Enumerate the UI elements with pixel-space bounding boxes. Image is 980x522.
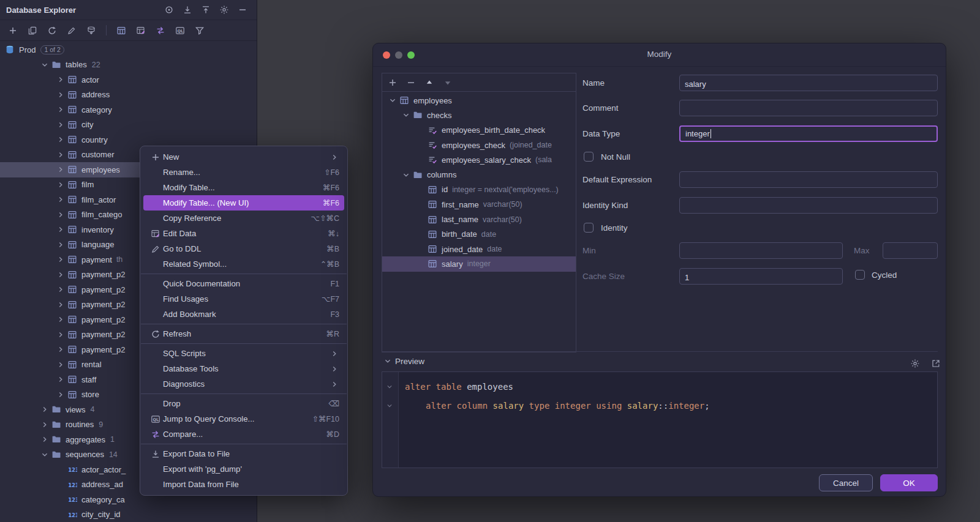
structure-item-checks[interactable]: checks [382,108,576,122]
chevron-right-icon[interactable] [55,75,66,84]
chevron-right-icon[interactable] [55,90,66,100]
tree-item-tables[interactable]: tables22 [0,58,257,73]
cycled-checkbox[interactable] [855,270,865,280]
menu-item-modify-table-new-ui[interactable]: Modify Table... (New UI)⌘F6 [143,195,344,211]
chevron-right-icon[interactable] [39,405,50,414]
fold-marker-icon[interactable] [385,401,394,410]
collapse-all-button[interactable] [198,2,214,17]
edit-data-button[interactable] [133,23,149,38]
menu-item-compare[interactable]: Compare...⌘D [143,427,344,442]
max-input[interactable] [883,242,938,259]
menu-item-related-symbol[interactable]: Related Symbol...⌃⌘B [143,256,344,272]
move-up-button[interactable] [421,75,437,90]
structure-item-employees-salary-check[interactable]: employees_salary_check(sala [382,152,576,167]
chevron-down-icon[interactable] [39,450,50,460]
menu-item-diagnostics[interactable]: Diagnostics [143,376,344,392]
menu-item-export-with-pg-dump[interactable]: Export with 'pg_dump' [143,461,344,477]
duplicate-button[interactable] [24,23,40,38]
chevron-right-icon[interactable] [55,195,66,204]
menu-item-drop[interactable]: Drop⌫ [143,396,344,411]
dump-data-button[interactable] [83,23,99,38]
chevron-right-icon[interactable] [55,360,66,370]
ok-button[interactable]: OK [880,474,938,491]
fold-marker-icon[interactable] [385,382,394,391]
move-down-button[interactable] [440,75,456,90]
chevron-right-icon[interactable] [55,165,66,174]
identity-kind-input[interactable] [679,197,938,214]
expand-all-button[interactable] [179,2,195,17]
chevron-right-icon[interactable] [55,135,66,144]
locate-button[interactable] [161,2,177,17]
filter-button[interactable] [192,23,208,38]
menu-item-add-bookmark[interactable]: Add BookmarkF3 [143,307,344,322]
menu-item-new[interactable]: New [143,149,344,165]
chevron-right-icon[interactable] [55,315,66,324]
chevron-down-icon[interactable] [401,110,412,120]
menu-item-jump-to-query-console[interactable]: QLJump to Query Console...⇧⌘F10 [143,411,344,427]
tree-item-city-city-id[interactable]: 123city_city_id [0,507,257,522]
tree-item-country[interactable]: country [0,132,257,147]
tree-item-city[interactable]: city [0,117,257,133]
structure-item-employees-birth-date-check[interactable]: employees_birth_date_check [382,123,576,138]
cache-size-input[interactable] [679,268,843,285]
hide-panel-button[interactable] [235,2,251,17]
comment-input[interactable] [679,100,938,116]
chevron-right-icon[interactable] [55,375,66,384]
default-expression-input[interactable] [679,171,938,188]
structure-item-id[interactable]: idinteger = nextval('employees...) [382,182,576,197]
add-row-button[interactable] [385,75,401,90]
edit-source-button[interactable] [64,23,80,38]
menu-item-import-data-from-file[interactable]: Import Data from File [143,477,344,492]
chevron-right-icon[interactable] [55,105,66,114]
tree-item-actor[interactable]: actor [0,72,257,88]
chevron-right-icon[interactable] [55,210,66,220]
chevron-right-icon[interactable] [39,420,50,430]
menu-item-rename[interactable]: Rename...⇧F6 [143,165,344,180]
cancel-button[interactable]: Cancel [819,474,873,491]
structure-item-birth-date[interactable]: birth_datedate [382,227,576,242]
identity-checkbox[interactable] [584,223,594,233]
menu-item-find-usages[interactable]: Find Usages⌥F7 [143,291,344,307]
chevron-right-icon[interactable] [55,255,66,264]
menu-item-quick-documentation[interactable]: Quick DocumentationF1 [143,276,344,291]
name-input[interactable] [679,75,938,91]
chevron-right-icon[interactable] [55,225,66,234]
tree-item-category[interactable]: category [0,102,257,117]
menu-item-go-to-ddl[interactable]: Go to DDL⌘B [143,241,344,256]
query-console-button[interactable]: QL [172,23,188,38]
settings-button[interactable] [216,2,232,17]
structure-item-employees-check[interactable]: employees_check(joined_date [382,138,576,152]
menu-item-sql-scripts[interactable]: SQL Scripts [143,346,344,361]
jump-to-console-button[interactable] [153,23,168,38]
tree-item-address[interactable]: address [0,88,257,103]
preview-header[interactable]: Preview [383,356,424,366]
new-item-button[interactable] [5,23,21,38]
menu-item-refresh[interactable]: Refresh⌘R [143,326,344,341]
structure-item-employees[interactable]: employees [382,93,576,108]
chevron-right-icon[interactable] [39,434,50,444]
structure-item-first-name[interactable]: first_namevarchar(50) [382,197,576,212]
menu-item-modify-table[interactable]: Modify Table...⌘F6 [143,180,344,195]
structure-item-joined-date[interactable]: joined_datedate [382,242,576,256]
chevron-right-icon[interactable] [55,120,66,130]
structure-item-columns[interactable]: columns [382,167,576,182]
chevron-right-icon[interactable] [55,390,66,400]
view-table-button[interactable] [113,23,129,38]
chevron-right-icon[interactable] [55,330,66,340]
menu-item-edit-data[interactable]: Edit Data⌘↓ [143,226,344,241]
chevron-down-icon[interactable] [401,170,412,180]
menu-item-export-data-to-file[interactable]: Export Data to File [143,446,344,461]
open-in-editor-button[interactable] [928,356,944,371]
chevron-right-icon[interactable] [55,285,66,294]
remove-row-button[interactable] [403,75,419,90]
menu-item-copy-reference[interactable]: Copy Reference⌥⇧⌘C [143,211,344,226]
structure-item-last-name[interactable]: last_namevarchar(50) [382,212,576,226]
data-type-input[interactable]: integer [679,125,938,142]
chevron-right-icon[interactable] [55,240,66,250]
chevron-right-icon[interactable] [55,345,66,354]
chevron-right-icon[interactable] [55,150,66,160]
structure-item-salary[interactable]: salaryinteger [382,256,576,271]
chevron-down-icon[interactable] [387,95,398,105]
tree-item-prod[interactable]: Prod1 of 2 [0,42,257,58]
not-null-checkbox[interactable] [584,152,594,162]
